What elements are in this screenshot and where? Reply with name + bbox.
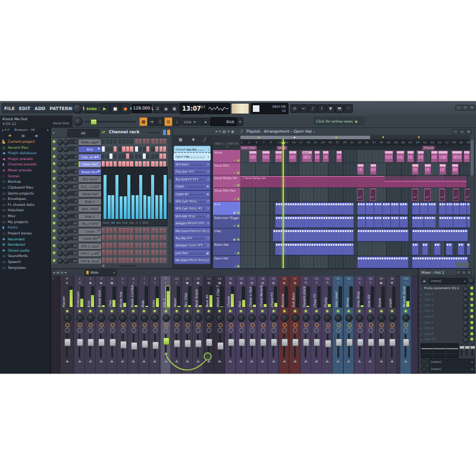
mixer-mute-led[interactable] xyxy=(154,310,156,312)
mic-icon[interactable]: ♪ xyxy=(308,104,317,113)
velocity-bar[interactable] xyxy=(139,175,142,219)
channel-volume-knob[interactable] xyxy=(63,228,69,234)
mixer-strip-sidechain[interactable]: 1-CSidechain xyxy=(74,276,85,374)
mixer-key-icon[interactable] xyxy=(186,323,190,327)
mixer-mute-led[interactable] xyxy=(186,310,189,312)
step-cell[interactable] xyxy=(146,243,149,248)
mixer-tool-icons[interactable]: ▸ ⇄ ≡ ▾ xyxy=(54,270,67,274)
volume-slider-thumb[interactable] xyxy=(90,119,97,125)
mixer-strip-kick[interactable]: 2◉Kick xyxy=(85,276,96,374)
channel-volume-knob[interactable] xyxy=(63,206,69,212)
velocity-bar[interactable] xyxy=(143,195,146,219)
mixer-key-icon[interactable] xyxy=(369,323,373,327)
slot-enable-led[interactable] xyxy=(471,293,473,295)
step-cell[interactable] xyxy=(151,243,154,248)
slot-enable-led[interactable] xyxy=(471,321,473,324)
audio-clip[interactable] xyxy=(417,151,424,162)
browser-add-icon[interactable]: ✚ xyxy=(8,133,11,137)
plugin-rack-close[interactable]: ✕ xyxy=(466,270,472,275)
mixer-route-arrow[interactable] xyxy=(196,360,200,362)
grid-toggle[interactable]: GRID ○ xyxy=(215,142,225,145)
browser-item-project-bones[interactable]: ▭Project bones xyxy=(0,230,51,236)
mixer-mute-led[interactable] xyxy=(176,310,178,312)
rack-hslider[interactable] xyxy=(120,265,135,267)
channel-enable-led[interactable] xyxy=(53,177,55,180)
mixer-pan-knob[interactable] xyxy=(119,314,127,322)
channel-volume-knob[interactable] xyxy=(63,236,69,242)
step-cell[interactable] xyxy=(146,250,149,255)
mixer-mute-led[interactable] xyxy=(347,310,350,312)
step-cell[interactable] xyxy=(143,250,146,255)
channel-volume-knob[interactable] xyxy=(63,221,69,227)
mixer-mute-led[interactable] xyxy=(208,310,210,312)
mixer-strip-crash[interactable]: 30✚crash xyxy=(387,276,397,374)
pattern-clip[interactable] xyxy=(428,202,437,215)
metronome-icon[interactable]: ⧖ xyxy=(154,104,162,113)
mixer-pan-knob[interactable] xyxy=(130,314,137,322)
step-cell[interactable] xyxy=(151,235,154,240)
audio-clip[interactable] xyxy=(396,151,405,162)
pattern-clip[interactable] xyxy=(412,216,424,228)
effect-slot-3[interactable]: ▸Slot 3 xyxy=(420,297,474,302)
browser-item-plugin-database[interactable]: ◀Plugin database xyxy=(0,150,51,156)
step-cell[interactable] xyxy=(159,250,162,255)
mixer-sep-knob[interactable] xyxy=(77,328,82,333)
mixer-mute-led[interactable] xyxy=(283,310,286,312)
step-cell[interactable] xyxy=(151,250,154,255)
browser-item-recent-files[interactable]: ◷Recent files xyxy=(0,145,51,151)
pattern-clip[interactable] xyxy=(453,216,468,228)
automation-clip-band[interactable]: ╱ Vocal Delay Vol xyxy=(240,176,470,187)
step-cell[interactable] xyxy=(130,161,133,167)
rack-vscrollbar[interactable] xyxy=(168,137,172,268)
browser-nav-icons[interactable]: ▴ ▾ ⟳ xyxy=(2,128,10,131)
step-cell[interactable] xyxy=(126,258,129,263)
step-cell[interactable] xyxy=(151,228,154,233)
step-cell[interactable] xyxy=(155,146,158,152)
channel-enable-led[interactable] xyxy=(53,252,55,254)
step-cell[interactable] xyxy=(122,154,125,159)
mixer-mute-led[interactable] xyxy=(218,310,221,312)
mixer-route-arrow[interactable] xyxy=(272,360,275,362)
save-icon[interactable]: ▼ xyxy=(326,104,335,113)
track-lane-vocal-dist-pan[interactable] xyxy=(240,188,470,202)
mixer-mute-led[interactable] xyxy=(391,310,393,312)
mixer-fader-thumb[interactable] xyxy=(357,339,364,346)
velocity-bar[interactable] xyxy=(127,175,130,219)
mixer-pan-knob[interactable] xyxy=(292,314,299,322)
mixer-key-icon[interactable] xyxy=(326,323,330,327)
mixer-route-arrow[interactable] xyxy=(325,360,329,362)
mixer-mute-led[interactable] xyxy=(405,310,407,312)
step-cell[interactable] xyxy=(118,139,121,144)
mixer-strip-square-plock[interactable]: 22ΠSquare plock xyxy=(300,276,311,374)
mixer-sep-knob[interactable] xyxy=(110,328,115,333)
mixer-route-arrow[interactable] xyxy=(228,360,232,362)
mixer-strip-bassline[interactable]: 20▥Bassline xyxy=(279,276,290,374)
slot-enable-led[interactable] xyxy=(471,338,473,340)
step-cell[interactable] xyxy=(163,258,166,263)
audio-clip[interactable] xyxy=(439,164,446,175)
pattern-clip[interactable] xyxy=(273,229,354,242)
mixer-strip-hat-2[interactable]: 9IHat 2 xyxy=(161,276,171,374)
output2-icon[interactable] xyxy=(421,366,428,372)
step-cell[interactable] xyxy=(109,139,112,144)
channel-volume-knob[interactable] xyxy=(63,154,69,160)
channel-enable-led[interactable] xyxy=(53,259,55,262)
mixer-fader-thumb[interactable] xyxy=(152,342,159,349)
velocity-bar[interactable] xyxy=(155,195,158,219)
close-button[interactable]: ✕ xyxy=(468,105,475,111)
mixer-key-icon[interactable] xyxy=(89,323,93,327)
mixer-sep-knob[interactable] xyxy=(379,328,384,333)
playlist-close-button[interactable]: ✕ xyxy=(465,129,472,134)
step-cell[interactable] xyxy=(143,146,146,152)
audio-clip[interactable] xyxy=(314,151,321,162)
picker-clip-crash-2[interactable]: Crash #2✚ xyxy=(174,190,211,198)
audio-clip[interactable] xyxy=(289,151,297,162)
step-cell[interactable] xyxy=(106,154,109,159)
audio-clip[interactable] xyxy=(412,164,419,175)
browser-menu-arrow[interactable]: ▸ xyxy=(47,128,49,131)
mixer-pan-knob[interactable] xyxy=(87,314,95,322)
mixer-fader-thumb[interactable] xyxy=(378,339,385,346)
channel-pan-knob[interactable] xyxy=(57,250,63,256)
step-cell[interactable] xyxy=(122,250,125,255)
channel-target-number[interactable]: 31 xyxy=(69,228,77,233)
